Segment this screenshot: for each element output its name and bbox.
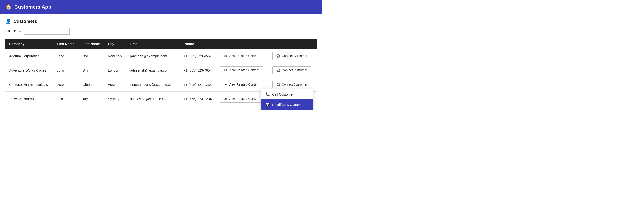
- table-row: Contoso Pharmaceuticals Peter Gibbons Au…: [6, 77, 316, 92]
- cell-first-name: Jane: [53, 49, 79, 63]
- cell-phone: +1 (555) 123-7654: [180, 63, 217, 77]
- contact-customer-button[interactable]: 🎧 Contact Customer: [272, 81, 311, 88]
- cell-first-name: Peter: [53, 77, 79, 92]
- contact-customer-label: Contact Customer: [282, 68, 308, 72]
- cell-action-contact: 🎧 Contact Customer 📞 Call Customer 💬: [269, 77, 316, 92]
- filter-input[interactable]: [24, 28, 70, 35]
- cell-last-name: Doe: [79, 49, 104, 63]
- cell-last-name: Gibbons: [79, 77, 104, 92]
- envelope-icon: ✉: [224, 83, 227, 86]
- email-sms-label: Email/SMS Customer: [272, 103, 304, 107]
- col-company: Company: [6, 39, 53, 49]
- envelope-icon: ✉: [224, 68, 227, 72]
- phone-icon: 📞: [266, 92, 270, 96]
- cell-action-view: ✉ View Related Content: [216, 49, 268, 63]
- contact-customer-button[interactable]: 🎧 Contact Customer: [272, 66, 311, 74]
- cell-action-view: ✉ View Related Content: [216, 63, 268, 77]
- page-title: Customers: [14, 19, 37, 24]
- envelope-icon: ✉: [224, 54, 227, 58]
- chat-icon: 💬: [266, 103, 270, 107]
- cell-company: Contoso Pharmaceuticals: [6, 77, 53, 92]
- contact-customer-label: Contact Customer: [282, 83, 308, 86]
- envelope-icon: ✉: [224, 97, 227, 100]
- cell-phone: +1 (555) 123-1234: [180, 92, 217, 106]
- contact-customer-label: Contact Customer: [282, 54, 308, 58]
- home-icon: 🏠: [6, 4, 12, 10]
- contact-dropdown: 📞 Call Customer 💬 Email/SMS Customer ↖: [261, 89, 313, 110]
- col-actions1: [216, 39, 268, 49]
- table-header-row: Company First Name Last Name City Email …: [6, 39, 316, 49]
- page-content: 👤 Customers Filter Data: Company First N…: [0, 14, 322, 110]
- table-row: Adatum Corporation Jane Doe New York jan…: [6, 49, 316, 63]
- cell-phone: +1 (555) 321-1234: [180, 77, 217, 92]
- cell-city: Sydney: [104, 92, 127, 106]
- contact-customer-button[interactable]: 🎧 Contact Customer: [272, 52, 311, 60]
- col-email: Email: [127, 39, 180, 49]
- cell-first-name: John: [53, 63, 79, 77]
- view-related-label: View Related Content: [228, 97, 259, 100]
- col-phone: Phone: [180, 39, 217, 49]
- email-sms-customer-item[interactable]: 💬 Email/SMS Customer ↖: [261, 99, 313, 110]
- view-related-button[interactable]: ✉ View Related Content: [220, 81, 263, 88]
- filter-label: Filter Data:: [6, 29, 22, 33]
- app-header: 🏠 Customers App: [0, 0, 322, 14]
- cell-email: lisa.taylor@example.com: [127, 92, 180, 106]
- headset-icon: 🎧: [276, 83, 280, 86]
- view-related-button[interactable]: ✉ View Related Content: [220, 52, 263, 60]
- call-customer-label: Call Customer: [272, 92, 294, 96]
- person-icon: 👤: [6, 18, 11, 24]
- call-customer-item[interactable]: 📞 Call Customer: [261, 89, 313, 99]
- cell-email: john.smith@example.com: [127, 63, 180, 77]
- cell-city: Austin: [104, 77, 127, 92]
- customers-table: Company First Name Last Name City Email …: [6, 39, 316, 106]
- cell-last-name: Taylor: [79, 92, 104, 106]
- contact-action-cell: 🎧 Contact Customer 📞 Call Customer 💬: [272, 81, 313, 88]
- page-title-section: 👤 Customers: [6, 18, 316, 24]
- view-related-label: View Related Content: [228, 68, 259, 72]
- view-related-button[interactable]: ✉ View Related Content: [220, 66, 263, 74]
- cell-city: London: [104, 63, 127, 77]
- cell-action-contact: 🎧 Contact Customer: [269, 49, 316, 63]
- cell-company: Tailwind Traders: [6, 92, 53, 106]
- cursor-indicator: ↖: [313, 108, 317, 110]
- cell-company: Adatum Corporation: [6, 49, 53, 63]
- col-actions2: [269, 39, 316, 49]
- table-row: Adventure Works Cycles John Smith London…: [6, 63, 316, 77]
- view-related-label: View Related Content: [228, 83, 259, 86]
- col-city: City: [104, 39, 127, 49]
- cell-email: jane.doe@example.com: [127, 49, 180, 63]
- filter-bar: Filter Data:: [6, 28, 316, 35]
- headset-icon: 🎧: [276, 68, 280, 72]
- cell-email: peter.gibbons@example.com: [127, 77, 180, 92]
- col-first-name: First Name: [53, 39, 79, 49]
- cell-action-contact: 🎧 Contact Customer: [269, 63, 316, 77]
- headset-icon: 🎧: [276, 54, 280, 58]
- cell-city: New York: [104, 49, 127, 63]
- cell-company: Adventure Works Cycles: [6, 63, 53, 77]
- cell-first-name: Lisa: [53, 92, 79, 106]
- app-title: Customers App: [14, 4, 51, 10]
- cell-last-name: Smith: [79, 63, 104, 77]
- col-last-name: Last Name: [79, 39, 104, 49]
- cell-phone: +1 (555) 123-4567: [180, 49, 217, 63]
- view-related-label: View Related Content: [228, 54, 259, 58]
- view-related-button[interactable]: ✉ View Related Content: [220, 95, 263, 103]
